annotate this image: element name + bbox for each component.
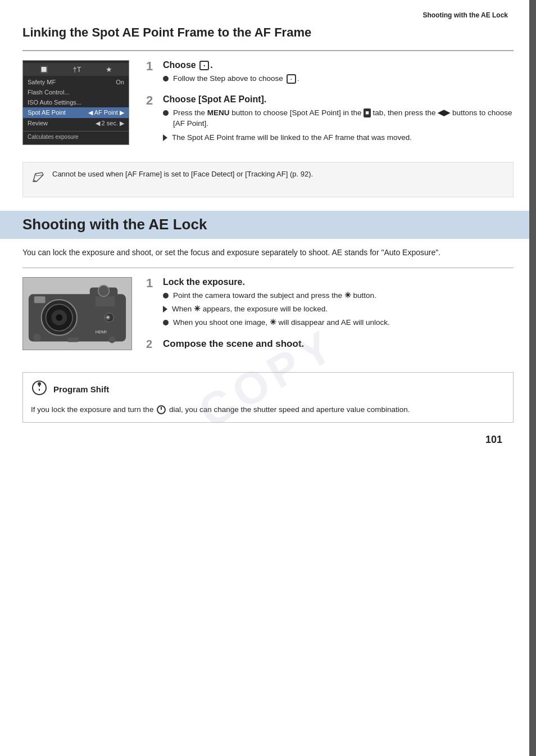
svg-point-15 — [108, 337, 115, 343]
step2-bullet2: The Spot AE Point frame will be linked t… — [163, 133, 514, 143]
section2-step1: 1 Lock the exposure. Point the camera to… — [146, 277, 514, 331]
section2-step1-title: Lock the exposure. — [163, 277, 514, 287]
page-border-bar — [529, 0, 536, 756]
svg-point-17 — [38, 382, 41, 386]
step1-content: Choose ·. Follow the Step above to choos… — [163, 60, 514, 87]
menu-tab-settings: †T — [72, 65, 81, 74]
camera-image-col: ✳ HDMI — [22, 277, 135, 361]
camera-image: ✳ HDMI — [22, 277, 132, 350]
step1-number: 1 — [146, 60, 158, 73]
menu-footer: Calculates exposure — [23, 131, 129, 142]
section2-step1-bullet1-text: Point the camera toward the subject and … — [173, 291, 376, 301]
svg-point-13 — [33, 334, 41, 342]
camera-menu: 🔲 †T ★ Safety MF On Flash Control... ISO… — [22, 60, 129, 145]
bullet-circle-icon — [163, 320, 169, 325]
section2-step1-bullets: Point the camera toward the subject and … — [163, 291, 514, 328]
svg-rect-8 — [96, 296, 115, 306]
program-icon — [31, 379, 48, 400]
section2-intro: You can lock the exposure and shoot, or … — [22, 247, 514, 259]
menu-item-safety-mf: Safety MF On — [23, 77, 129, 87]
svg-text:✳: ✳ — [105, 314, 111, 322]
step1-title: Choose ·. — [163, 60, 514, 70]
program-shift-box: Program Shift If you lock the exposure a… — [22, 372, 514, 423]
bullet-arrow-icon — [163, 134, 167, 141]
bullet-circle-icon — [163, 76, 169, 82]
step2-bullet2-text: The Spot AE Point frame will be linked t… — [172, 133, 412, 143]
section1-content: 🔲 †T ★ Safety MF On Flash Control... ISO… — [22, 60, 514, 153]
section2-content: ✳ HDMI 1 Lock the exposure. — [22, 277, 514, 361]
note-text: Cannot be used when [AF Frame] is set to… — [52, 169, 313, 179]
section2-step1-bullet2: When ✳ appears, the exposure will be loc… — [163, 304, 514, 315]
step2-number: 2 — [146, 94, 158, 107]
program-shift-title: Program Shift — [53, 384, 109, 394]
section2-step2-content: Compose the scene and shoot. — [163, 338, 514, 353]
menu-tab-camera: 🔲 — [39, 65, 48, 74]
section2-step1-bullet3-text: When you shoot one image, ✳ will disappe… — [173, 318, 390, 328]
step1-bullet1-text: Follow the Step above to choose ·. — [173, 74, 299, 84]
step1-bullets: Follow the Step above to choose ·. — [163, 74, 514, 84]
section2-highlight: Shooting with the AE Lock — [0, 211, 536, 239]
bullet-arrow-icon — [163, 306, 167, 313]
svg-point-6 — [56, 314, 62, 321]
section1-steps: 1 Choose ·. Follow the Step above to cho… — [146, 60, 514, 153]
menu-item-review: Review ◀ 2 sec. ▶ — [23, 118, 129, 129]
bullet-circle-icon — [163, 293, 169, 298]
program-header: Program Shift — [31, 379, 505, 400]
bullet-circle-icon — [163, 110, 169, 116]
step2-content: Choose [Spot AE Point]. Press the MENU b… — [163, 94, 514, 146]
dial-icon-inline — [157, 405, 166, 414]
step2-title: Choose [Spot AE Point]. — [163, 94, 514, 105]
menu-item-label-safetymf: Safety MF — [28, 79, 56, 85]
section2-step2: 2 Compose the scene and shoot. — [146, 338, 514, 353]
step2: 2 Choose [Spot AE Point]. Press the MENU… — [146, 94, 514, 146]
camera-menu-col: 🔲 †T ★ Safety MF On Flash Control... ISO… — [22, 60, 135, 153]
section1-divider — [22, 50, 514, 51]
page-number: 101 — [22, 434, 514, 446]
section1-title: Linking the Spot AE Point Frame to the A… — [22, 25, 514, 41]
note-pencil-icon — [31, 170, 46, 190]
step1-bullet1: Follow the Step above to choose ·. — [163, 74, 514, 84]
section2-step1-bullet3: When you shoot one image, ✳ will disappe… — [163, 318, 514, 328]
menu-item-label-flash: Flash Control... — [28, 89, 70, 96]
note-box: Cannot be used when [AF Frame] is set to… — [22, 162, 514, 197]
menu-item-iso: ISO Auto Settings... — [23, 97, 129, 107]
step2-bullets: Press the MENU button to choose [Spot AE… — [163, 108, 514, 143]
section2-step1-bullet1: Point the camera toward the subject and … — [163, 291, 514, 301]
step2-bullet1-text: Press the MENU button to choose [Spot AE… — [173, 108, 514, 129]
menu-item-label-iso: ISO Auto Settings... — [28, 99, 81, 106]
svg-text:HDMI: HDMI — [96, 329, 107, 334]
section2-step1-number: 1 — [146, 277, 158, 289]
menu-item-spot-ae: Spot AE Point ◀ AF Point ▶ — [23, 107, 129, 118]
camera-illustration: ✳ HDMI — [23, 277, 131, 350]
section2-step2-title: Compose the scene and shoot. — [163, 338, 514, 350]
section2-step2-number: 2 — [146, 338, 158, 350]
section2-title: Shooting with the AE Lock — [22, 215, 514, 234]
menu-item-label-review: Review — [28, 120, 48, 127]
step2-bullet1: Press the MENU button to choose [Spot AE… — [163, 108, 514, 129]
menu-item-value-safetymf: On — [116, 79, 124, 85]
svg-rect-14 — [67, 338, 79, 342]
menu-item-value-review: ◀ 2 sec. ▶ — [96, 120, 124, 127]
svg-point-18 — [38, 387, 40, 389]
svg-rect-7 — [34, 296, 46, 303]
section2-step1-content: Lock the exposure. Point the camera towa… — [163, 277, 514, 331]
menu-header: 🔲 †T ★ — [23, 63, 129, 76]
icon-dot-inline: · — [199, 61, 209, 70]
step1: 1 Choose ·. Follow the Step above to cho… — [146, 60, 514, 87]
section2-divider — [22, 268, 514, 268]
page-header: Shooting with the AE Lock — [22, 11, 514, 19]
menu-item-flash-control: Flash Control... — [23, 87, 129, 97]
menu-tab-star: ★ — [106, 65, 112, 74]
program-shift-body: If you lock the exposure and turn the di… — [31, 404, 505, 415]
section2-steps: 1 Lock the exposure. Point the camera to… — [146, 277, 514, 361]
menu-item-label-spotae: Spot AE Point — [28, 109, 66, 116]
section2-step1-bullet2-text: When ✳ appears, the exposure will be loc… — [172, 304, 328, 315]
menu-item-value-spotae: ◀ AF Point ▶ — [88, 109, 124, 116]
header-title: Shooting with the AE Lock — [423, 11, 508, 19]
svg-point-9 — [98, 286, 110, 297]
